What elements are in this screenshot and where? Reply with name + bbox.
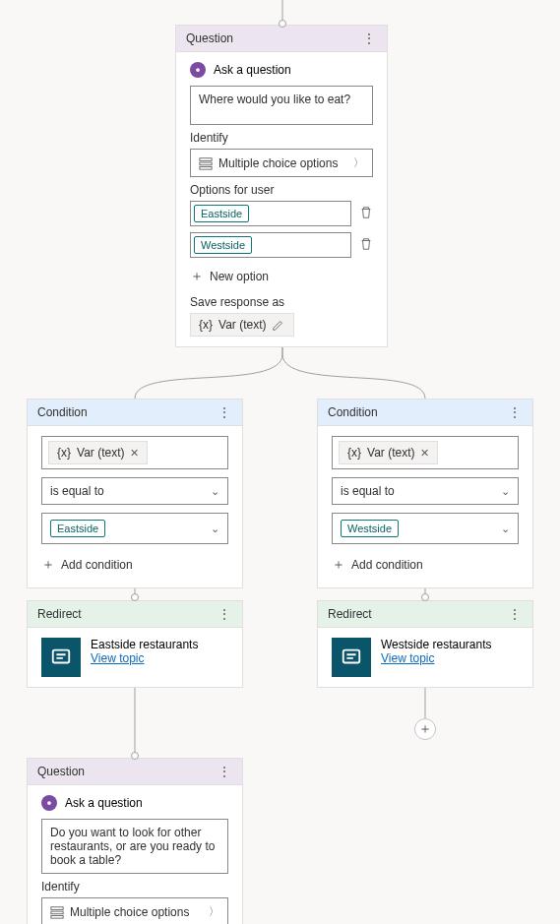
ask-question-row: Ask a question <box>190 62 373 78</box>
option-input-2[interactable]: Westside <box>190 232 351 258</box>
svg-rect-14 <box>51 915 63 918</box>
view-topic-link[interactable]: View topic <box>381 651 492 665</box>
connector-dot <box>279 20 286 28</box>
chevron-down-icon: ⌄ <box>501 485 510 498</box>
svg-rect-6 <box>200 157 212 160</box>
redirect-header: Redirect ⋮ <box>28 601 242 628</box>
connector-dot <box>131 593 139 601</box>
redirect-title: Redirect <box>328 607 372 621</box>
delete-icon[interactable] <box>359 237 373 254</box>
condition-header: Condition ⋮ <box>28 400 242 426</box>
variable-chip[interactable]: {x} Var (text) <box>190 313 294 337</box>
redirect-title: Redirect <box>37 607 82 621</box>
question-title: Question <box>186 31 233 45</box>
chevron-right-icon: 〉 <box>209 904 219 919</box>
more-menu-icon[interactable]: ⋮ <box>218 607 232 621</box>
add-node-button[interactable]: ＋ <box>414 718 436 740</box>
view-topic-link[interactable]: View topic <box>91 651 198 665</box>
redirect-topic-name: Westside restaurants <box>381 638 492 651</box>
clear-icon[interactable]: ✕ <box>420 447 429 460</box>
question-prompt-input[interactable]: Do you want to look for other restaurant… <box>41 819 228 874</box>
more-menu-icon[interactable]: ⋮ <box>218 765 232 778</box>
svg-rect-12 <box>51 906 63 909</box>
redirect-node-2: Redirect ⋮ Westside restaurants View top… <box>317 600 533 688</box>
connector-dot <box>131 752 139 760</box>
operator-value: is equal to <box>50 484 104 498</box>
svg-rect-7 <box>200 162 212 165</box>
question-prompt-text: Where would you like to eat? <box>199 92 350 106</box>
question-header: Question ⋮ <box>28 759 242 785</box>
options-label: Options for user <box>190 183 373 197</box>
question-node-2: Question ⋮ Ask a question Do you want to… <box>27 758 243 924</box>
condition-header: Condition ⋮ <box>318 400 532 426</box>
value-select[interactable]: Westside ⌄ <box>332 513 519 544</box>
operator-value: is equal to <box>341 484 395 498</box>
add-condition-label: Add condition <box>61 558 133 572</box>
variable-brace-icon: {x} <box>57 446 71 460</box>
redirect-header: Redirect ⋮ <box>318 601 532 628</box>
option-input-1[interactable]: Eastside <box>190 201 351 226</box>
redirect-topic-name: Eastside restaurants <box>91 638 198 651</box>
clear-icon[interactable]: ✕ <box>130 447 139 460</box>
identify-label: Identify <box>190 131 373 145</box>
variable-brace-icon: {x} <box>347 446 361 460</box>
ask-question-row: Ask a question <box>41 795 228 811</box>
identify-value: Multiple choice options <box>70 905 189 919</box>
svg-point-11 <box>47 801 51 805</box>
svg-rect-8 <box>200 166 212 169</box>
identify-select[interactable]: Multiple choice options 〉 <box>190 149 373 177</box>
condition-variable-input[interactable]: {x} Var (text) ✕ <box>41 436 228 469</box>
variable-chip: {x} Var (text) ✕ <box>339 441 438 464</box>
variable-name: Var (text) <box>77 446 124 460</box>
chevron-right-icon: 〉 <box>353 155 364 170</box>
plus-icon: ＋ <box>332 556 345 574</box>
chevron-down-icon: ⌄ <box>211 485 219 498</box>
list-icon <box>199 156 213 170</box>
save-response-label: Save response as <box>190 295 373 309</box>
add-condition-label: Add condition <box>351 558 423 572</box>
add-condition-button[interactable]: ＋ Add condition <box>332 552 519 578</box>
question-icon <box>41 795 57 811</box>
question-prompt-input[interactable]: Where would you like to eat? <box>190 86 373 125</box>
more-menu-icon[interactable]: ⋮ <box>362 31 377 45</box>
operator-select[interactable]: is equal to ⌄ <box>332 477 519 505</box>
option-chip-2: Westside <box>194 236 252 254</box>
identify-select[interactable]: Multiple choice options 〉 <box>41 897 228 924</box>
value-chip: Eastside <box>50 520 105 537</box>
redirect-node-1: Redirect ⋮ Eastside restaurants View top… <box>27 600 243 688</box>
svg-rect-13 <box>51 911 63 914</box>
question-header: Question ⋮ <box>176 26 387 52</box>
variable-name: Var (text) <box>218 318 266 332</box>
more-menu-icon[interactable]: ⋮ <box>508 405 523 419</box>
topic-icon <box>41 638 81 677</box>
plus-icon: ＋ <box>41 556 55 574</box>
svg-rect-9 <box>53 650 70 663</box>
question-title: Question <box>37 765 85 778</box>
plus-icon: ＋ <box>190 268 204 285</box>
identify-label: Identify <box>41 880 228 893</box>
option-chip-1: Eastside <box>194 205 249 222</box>
condition-node-2: Condition ⋮ {x} Var (text) ✕ is equal to… <box>317 399 533 588</box>
ask-question-label: Ask a question <box>65 796 143 810</box>
question-node-1: Question ⋮ Ask a question Where would yo… <box>175 25 388 347</box>
more-menu-icon[interactable]: ⋮ <box>508 607 523 621</box>
edit-icon[interactable] <box>272 318 285 332</box>
question-icon <box>190 62 206 78</box>
chevron-down-icon: ⌄ <box>501 523 510 535</box>
list-icon <box>50 905 64 919</box>
ask-question-label: Ask a question <box>214 63 291 77</box>
topic-icon <box>332 638 371 677</box>
svg-rect-10 <box>343 650 360 663</box>
new-option-button[interactable]: ＋ New option <box>190 264 373 289</box>
identify-value: Multiple choice options <box>218 156 338 170</box>
connector-dot <box>421 593 429 601</box>
operator-select[interactable]: is equal to ⌄ <box>41 477 228 505</box>
add-condition-button[interactable]: ＋ Add condition <box>41 552 228 578</box>
delete-icon[interactable] <box>359 206 373 222</box>
svg-point-5 <box>196 68 200 72</box>
more-menu-icon[interactable]: ⋮ <box>218 405 232 419</box>
condition-variable-input[interactable]: {x} Var (text) ✕ <box>332 436 519 469</box>
question-prompt-text: Do you want to look for other restaurant… <box>50 826 215 867</box>
new-option-label: New option <box>210 270 269 283</box>
value-select[interactable]: Eastside ⌄ <box>41 513 228 544</box>
